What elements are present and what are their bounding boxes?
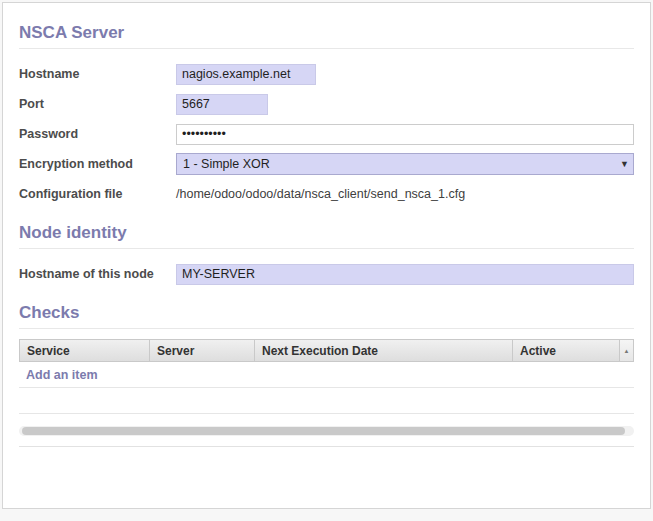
nsca-server-form: Hostname Port Password Encryption method… bbox=[19, 59, 634, 209]
horizontal-scrollbar[interactable] bbox=[19, 426, 634, 436]
encryption-method-select[interactable]: 1 - Simple XOR ▼ bbox=[176, 153, 634, 175]
scrollbar-thumb[interactable] bbox=[22, 427, 625, 435]
port-row: Port bbox=[19, 89, 634, 119]
encryption-method-row: Encryption method 1 - Simple XOR ▼ bbox=[19, 149, 634, 179]
node-identity-form: Hostname of this node bbox=[19, 259, 634, 289]
node-hostname-input[interactable] bbox=[176, 264, 634, 285]
column-header-next-execution-date[interactable]: Next Execution Date bbox=[255, 340, 513, 361]
encryption-method-label: Encryption method bbox=[19, 157, 176, 171]
section-title-checks: Checks bbox=[19, 303, 634, 329]
port-input[interactable] bbox=[176, 94, 268, 115]
checks-table: Service Server Next Execution Date Activ… bbox=[19, 339, 634, 447]
configuration-file-label: Configuration file bbox=[19, 187, 176, 201]
configuration-file-row: Configuration file /home/odoo/odoo/data/… bbox=[19, 179, 634, 209]
checks-table-header: Service Server Next Execution Date Activ… bbox=[19, 339, 634, 362]
section-title-nsca-server: NSCA Server bbox=[19, 23, 634, 49]
scrollbar-up-icon: ▲ bbox=[624, 348, 630, 354]
port-label: Port bbox=[19, 97, 176, 111]
password-input[interactable] bbox=[176, 124, 634, 145]
node-hostname-row: Hostname of this node bbox=[19, 259, 634, 289]
hostname-row: Hostname bbox=[19, 59, 634, 89]
encryption-method-value: 1 - Simple XOR bbox=[183, 157, 270, 171]
hostname-input[interactable] bbox=[176, 64, 316, 85]
table-footer bbox=[19, 414, 634, 447]
section-title-node-identity: Node identity bbox=[19, 223, 634, 249]
column-header-server[interactable]: Server bbox=[150, 340, 255, 361]
configuration-file-value: /home/odoo/odoo/data/nsca_client/send_ns… bbox=[176, 187, 465, 201]
column-header-active[interactable]: Active bbox=[513, 340, 620, 361]
column-header-service[interactable]: Service bbox=[20, 340, 150, 361]
hostname-label: Hostname bbox=[19, 67, 176, 81]
password-row: Password bbox=[19, 119, 634, 149]
table-row-empty bbox=[19, 388, 634, 414]
node-hostname-label: Hostname of this node bbox=[19, 267, 176, 281]
add-an-item-row: Add an item bbox=[19, 362, 634, 388]
password-label: Password bbox=[19, 127, 176, 141]
form-sheet: NSCA Server Hostname Port Password Encry… bbox=[2, 2, 651, 509]
add-an-item-link[interactable]: Add an item bbox=[26, 368, 98, 382]
dropdown-arrow-icon: ▼ bbox=[620, 160, 629, 169]
table-scrollbar-stub: ▲ bbox=[620, 340, 633, 361]
